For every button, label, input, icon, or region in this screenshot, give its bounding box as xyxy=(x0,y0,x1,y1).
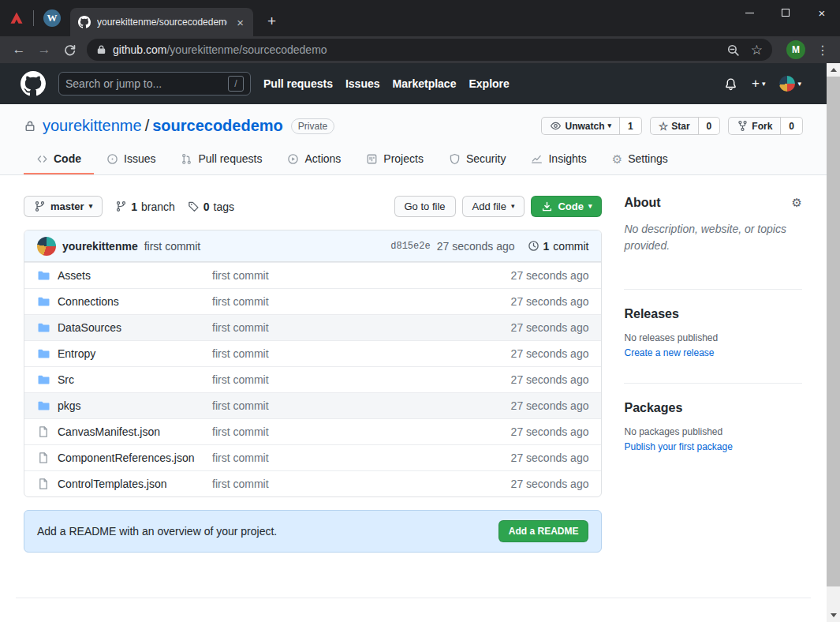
create-new-button[interactable]: + ▾ xyxy=(752,76,765,92)
releases-empty-text: No releases published xyxy=(624,332,802,343)
download-icon xyxy=(541,200,553,212)
tab-code[interactable]: Code xyxy=(24,144,94,174)
tab-actions[interactable]: Actions xyxy=(274,144,353,174)
about-settings-gear-icon[interactable]: ⚙ xyxy=(792,196,802,210)
tab-settings[interactable]: ⚙ Settings xyxy=(599,144,681,174)
releases-section: Releases No releases published Create a … xyxy=(624,289,802,383)
code-download-button[interactable]: Code ▾ xyxy=(531,196,602,217)
search-input[interactable] xyxy=(65,77,228,90)
shield-icon xyxy=(449,153,461,165)
scroll-down-arrow-icon[interactable] xyxy=(827,609,840,622)
window-close-button[interactable]: × xyxy=(804,0,840,25)
breadcrumb: yourekittenme/sourcecodedemo xyxy=(43,117,283,135)
tab-projects[interactable]: Projects xyxy=(353,144,436,174)
file-row[interactable]: CanvasManifest.json first commit 27 seco… xyxy=(24,418,601,444)
github-favicon-icon xyxy=(78,16,91,28)
repo-name-link[interactable]: sourcecodedemo xyxy=(152,117,283,134)
browser-profile-avatar[interactable]: M xyxy=(786,40,805,59)
releases-title: Releases xyxy=(624,307,678,321)
file-row[interactable]: Assets first commit 27 seconds ago xyxy=(24,262,601,288)
file-icon xyxy=(37,478,50,490)
fork-button[interactable]: Fork xyxy=(728,117,781,135)
browser-menu-icon[interactable]: ⋮ xyxy=(816,43,829,58)
commit-history-link[interactable]: 1commit xyxy=(528,240,589,253)
commit-author-link[interactable]: yourekittenme xyxy=(62,240,138,253)
file-row[interactable]: Src first commit 27 seconds ago xyxy=(24,366,601,392)
scrollbar-thumb[interactable] xyxy=(827,77,840,586)
github-header: / Pull requests Issues Marketplace Explo… xyxy=(0,63,827,104)
github-logo-icon[interactable] xyxy=(21,71,46,96)
pinned-tab-wordpress-icon[interactable]: W xyxy=(43,9,61,27)
star-button[interactable]: ☆ Star xyxy=(650,117,699,135)
bookmark-star-icon[interactable]: ☆ xyxy=(751,42,763,58)
commit-hash-link[interactable]: d815e2e xyxy=(390,241,430,252)
slash-key-hint: / xyxy=(228,76,244,92)
tab-insights[interactable]: Insights xyxy=(518,144,599,174)
file-row[interactable]: ComponentReferences.json first commit 27… xyxy=(24,444,601,470)
publish-package-link[interactable]: Publish your first package xyxy=(624,441,732,452)
go-to-file-button[interactable]: Go to file xyxy=(394,196,456,217)
watch-count[interactable]: 1 xyxy=(620,117,642,135)
new-tab-button[interactable]: + xyxy=(261,13,282,30)
nav-marketplace[interactable]: Marketplace xyxy=(393,77,457,90)
window-maximize-button[interactable] xyxy=(767,0,804,25)
active-tab[interactable]: yourekittenme/sourcecodedemo × xyxy=(70,8,253,36)
branches-link[interactable]: 1branch xyxy=(115,200,175,213)
nav-pull-requests[interactable]: Pull requests xyxy=(263,77,333,90)
back-button[interactable]: ← xyxy=(8,42,30,58)
commit-time: 27 seconds ago xyxy=(437,240,515,253)
reload-button[interactable] xyxy=(58,43,80,57)
tab-pull-requests[interactable]: Pull requests xyxy=(168,144,274,174)
footer-divider xyxy=(16,598,811,598)
forward-button[interactable]: → xyxy=(33,42,55,58)
chevron-down-icon: ▾ xyxy=(762,81,766,88)
file-row[interactable]: Entropy first commit 27 seconds ago xyxy=(24,340,601,366)
history-clock-icon xyxy=(528,240,539,252)
tab-close-icon[interactable]: × xyxy=(233,16,247,29)
add-file-button[interactable]: Add file▾ xyxy=(462,196,525,217)
watch-button-group: Unwatch ▾ 1 xyxy=(541,117,641,135)
nav-issues[interactable]: Issues xyxy=(345,77,380,90)
folder-icon xyxy=(37,399,50,412)
commit-author-avatar[interactable] xyxy=(37,237,56,256)
scroll-up-arrow-icon[interactable] xyxy=(827,63,840,77)
chevron-down-icon: ▾ xyxy=(89,203,93,210)
pinned-tab-red-logo-icon[interactable] xyxy=(9,11,24,25)
browser-window: W yourekittenme/sourcecodedemo × + × ← →… xyxy=(0,0,840,622)
packages-section: Packages No packages published Publish y… xyxy=(624,383,802,467)
private-lock-icon xyxy=(24,120,36,133)
page-scrollbar[interactable] xyxy=(827,63,840,622)
file-icon xyxy=(37,452,50,464)
window-minimize-button[interactable] xyxy=(731,0,767,25)
play-circle-icon xyxy=(287,153,299,165)
create-release-link[interactable]: Create a new release xyxy=(624,347,714,358)
branch-selector[interactable]: master ▾ xyxy=(24,196,103,217)
star-icon: ☆ xyxy=(659,121,669,132)
readme-banner: Add a README with an overview of your pr… xyxy=(24,510,602,553)
repo-owner-link[interactable]: yourekittenme xyxy=(43,117,142,134)
tab-separator xyxy=(33,10,34,26)
commit-message-link[interactable]: first commit xyxy=(144,240,201,253)
file-row[interactable]: DataSources first commit 27 seconds ago xyxy=(24,314,601,340)
tab-issues[interactable]: Issues xyxy=(94,144,168,174)
star-count[interactable]: 0 xyxy=(699,117,721,135)
notifications-bell-icon[interactable] xyxy=(724,77,737,91)
github-search-box[interactable]: / xyxy=(58,72,251,96)
unwatch-button[interactable]: Unwatch ▾ xyxy=(541,117,620,135)
address-bar[interactable]: github.com/yourekittenme/sourcecodedemo … xyxy=(87,39,772,61)
tags-link[interactable]: 0tags xyxy=(188,200,234,213)
packages-title: Packages xyxy=(624,401,682,415)
add-readme-button[interactable]: Add a README xyxy=(498,520,589,542)
user-menu[interactable]: ▾ xyxy=(779,76,801,92)
tab-security[interactable]: Security xyxy=(436,144,519,174)
nav-explore[interactable]: Explore xyxy=(469,77,509,90)
folder-icon xyxy=(37,373,50,386)
lock-icon xyxy=(96,44,106,55)
file-row[interactable]: pkgs first commit 27 seconds ago xyxy=(24,392,601,418)
fork-count[interactable]: 0 xyxy=(781,117,803,135)
zoom-icon[interactable] xyxy=(726,43,740,57)
chevron-down-icon: ▾ xyxy=(607,122,611,129)
file-row[interactable]: ControlTemplates.json first commit 27 se… xyxy=(24,470,601,496)
file-row[interactable]: Connections first commit 27 seconds ago xyxy=(24,288,601,314)
issue-icon xyxy=(106,153,118,165)
